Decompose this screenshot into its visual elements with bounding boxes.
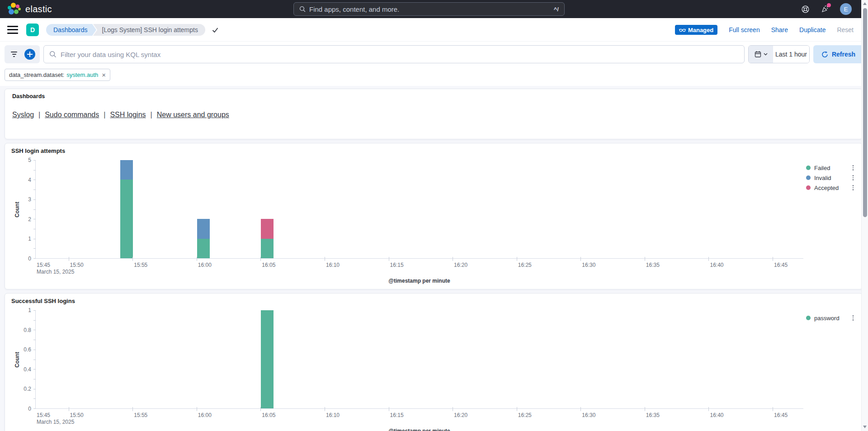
x-tick-mark	[645, 257, 645, 261]
y-tick-mark	[33, 340, 36, 340]
filter-pill-data-stream[interactable]: data_stream.dataset: system.auth ×	[5, 69, 110, 81]
dashboard-link[interactable]: New users and groups	[157, 111, 229, 118]
y-tick-mark	[33, 248, 36, 249]
user-avatar[interactable]: E	[840, 3, 852, 15]
check-icon[interactable]	[212, 26, 219, 33]
bar-segment-password[interactable]	[261, 310, 274, 408]
legend-label[interactable]: Failed	[814, 165, 847, 171]
x-tick-label: 15:45	[35, 412, 50, 418]
bar-16:00	[197, 160, 210, 258]
x-axis-title: @timestamp per minute	[35, 428, 803, 431]
managed-badge[interactable]: Managed	[675, 25, 717, 35]
y-tick-label: 5	[28, 157, 31, 163]
bar-15:54	[120, 160, 133, 258]
bar-segment-failed[interactable]	[120, 180, 133, 258]
elastic-logo-text[interactable]: elastic	[25, 4, 52, 14]
scroll-up-arrow-icon[interactable]	[863, 2, 867, 5]
scroll-down-arrow-icon[interactable]	[863, 426, 867, 428]
news-feed-icon[interactable]	[820, 4, 830, 14]
bar-segment-failed[interactable]	[261, 239, 274, 258]
legend-label[interactable]: Invalid	[814, 175, 847, 181]
x-axis-date-label: March 15, 2025	[35, 419, 74, 425]
x-tick-mark	[517, 407, 517, 411]
kebab-menu-icon[interactable]	[850, 315, 856, 321]
dashboard-link[interactable]: SSH logins	[110, 111, 146, 118]
kql-query-bar[interactable]	[43, 45, 745, 63]
plot-area	[35, 310, 803, 409]
bar-segment-invalid[interactable]	[120, 160, 133, 180]
y-tick-label: 4	[28, 177, 31, 183]
x-axis-title: @timestamp per minute	[35, 278, 803, 284]
reset-button[interactable]: Reset	[837, 26, 854, 33]
menu-hamburger-icon[interactable]	[7, 26, 18, 34]
calendar-dropdown-button[interactable]	[749, 46, 773, 63]
x-tick-label: 16:15	[389, 262, 404, 268]
search-shortcut-hint: ^/	[554, 6, 559, 13]
dashboard-space-badge[interactable]: D	[26, 24, 39, 36]
x-tick-label: 16:40	[708, 262, 723, 268]
y-axis-labels: 00.20.40.60.81	[11, 310, 31, 409]
x-tick-label: 16:10	[325, 412, 340, 418]
scrollbar-thumb[interactable]	[863, 8, 867, 217]
refresh-button[interactable]: Refresh	[813, 45, 863, 63]
dashboard-content: Dashboards Syslog|Sudo commands|SSH logi…	[0, 86, 868, 431]
chart-title: Successful SSH logins	[11, 298, 856, 304]
y-tick-mark	[33, 229, 36, 229]
elastic-logo-icon[interactable]	[7, 2, 21, 16]
kql-query-input[interactable]	[61, 51, 739, 58]
legend-color-dot	[806, 166, 811, 170]
calendar-icon	[755, 51, 761, 58]
full-screen-button[interactable]: Full screen	[729, 26, 760, 33]
page-scrollbar[interactable]	[861, 0, 868, 431]
x-tick-label: 16:10	[325, 262, 340, 268]
x-axis-date-label: March 15, 2025	[35, 269, 74, 275]
x-tick-label: 16:00	[197, 262, 212, 268]
y-tick-label: 3	[28, 196, 31, 203]
time-range-picker: Last 1 hour	[748, 45, 810, 63]
dashboard-link[interactable]: Syslog	[12, 111, 34, 118]
bar-segment-failed[interactable]	[197, 239, 210, 258]
legend: FailedInvalidAccepted	[806, 163, 856, 193]
bar-segment-accepted[interactable]	[261, 219, 274, 238]
help-icon[interactable]	[800, 4, 810, 14]
add-filter-button[interactable]	[24, 49, 35, 60]
kebab-menu-icon[interactable]	[850, 185, 856, 190]
x-tick-label: 16:05	[260, 262, 275, 268]
x-tick-mark	[773, 407, 773, 411]
x-tick-mark	[197, 407, 197, 411]
chart-title: SSH login attempts	[11, 147, 856, 154]
bar-segment-invalid[interactable]	[197, 219, 210, 238]
time-range-value[interactable]: Last 1 hour	[773, 46, 809, 63]
x-tick-mark	[132, 257, 133, 261]
y-tick-mark	[33, 170, 36, 171]
x-tick-mark	[453, 407, 453, 411]
legend-label[interactable]: Accepted	[814, 185, 847, 191]
legend-color-dot	[806, 175, 811, 180]
filter-list-icon[interactable]	[5, 45, 24, 63]
close-icon[interactable]: ×	[102, 71, 106, 78]
filter-field: data_stream.dataset:	[9, 71, 64, 78]
legend-color-dot	[806, 185, 811, 190]
x-tick-label: 15:50	[69, 262, 84, 268]
y-tick-label: 0.8	[24, 327, 31, 333]
plot-area	[35, 160, 803, 259]
legend-label[interactable]: password	[814, 315, 847, 322]
share-button[interactable]: Share	[771, 26, 788, 33]
duplicate-button[interactable]: Duplicate	[799, 26, 826, 33]
dashboards-links-panel: Dashboards Syslog|Sudo commands|SSH logi…	[5, 89, 863, 139]
x-tick-label: 16:45	[773, 262, 788, 268]
global-search-input[interactable]	[309, 5, 550, 13]
panel-title: Dashboards	[12, 93, 855, 99]
x-tick-label: 16:15	[389, 412, 404, 418]
breadcrumb-current-page[interactable]: [Logs System] SSH login attempts	[93, 24, 205, 36]
legend-item: Accepted	[806, 183, 856, 193]
breadcrumb-dashboards[interactable]: Dashboards	[46, 24, 92, 36]
kebab-menu-icon[interactable]	[850, 165, 856, 171]
y-tick-mark	[33, 389, 36, 389]
kebab-menu-icon[interactable]	[850, 175, 856, 180]
x-tick-label: 16:30	[580, 412, 595, 418]
dashboard-link[interactable]: Sudo commands	[45, 111, 99, 118]
y-tick-mark	[33, 239, 36, 239]
global-search-bar[interactable]: ^/	[293, 2, 565, 16]
x-tick-mark	[260, 257, 261, 261]
